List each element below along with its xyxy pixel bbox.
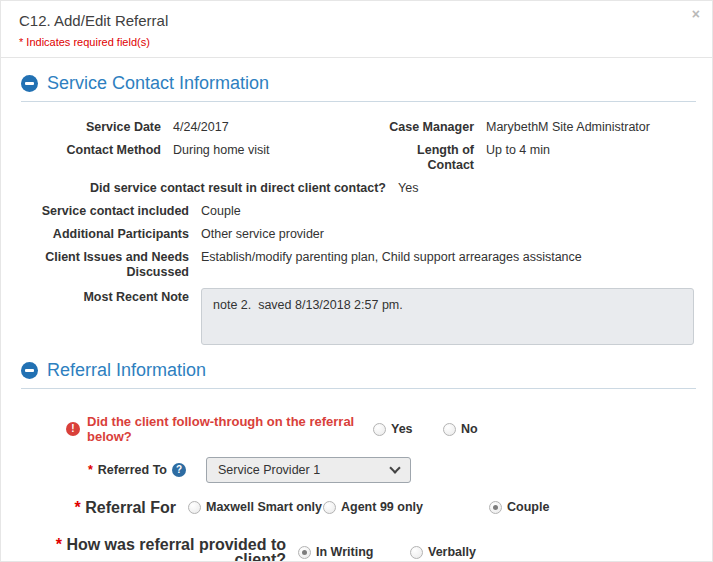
- question-circle-icon[interactable]: ?: [172, 463, 186, 477]
- case-manager-label: Case Manager: [374, 120, 486, 135]
- collapse-section-icon[interactable]: [21, 75, 38, 92]
- length-of-contact-value: Up to 4 min: [486, 143, 550, 158]
- referral-for-option-2-radio[interactable]: Agent 99 only: [323, 500, 489, 515]
- contact-included-label: Service contact included: [21, 204, 201, 219]
- service-section-body: Service Date 4/24/2017 Case Manager Mary…: [1, 102, 712, 345]
- case-manager-value: MarybethM Site Administrator: [486, 120, 650, 135]
- required-asterisk: *: [88, 463, 93, 477]
- how-provided-row: * How was referral provided to client? I…: [1, 537, 712, 562]
- how-provided-writing-radio[interactable]: In Writing: [298, 545, 410, 560]
- add-edit-referral-modal: { "modal": { "title": "C12. Add/Edit Ref…: [0, 0, 713, 562]
- row-contact-included: Service contact included Couple: [21, 204, 694, 219]
- how-provided-verbally-radio[interactable]: Verbally: [410, 545, 476, 560]
- section-title: Service Contact Information: [47, 73, 269, 94]
- exclamation-circle-icon: !: [66, 422, 80, 436]
- modal-header: C12. Add/Edit Referral * Indicates requi…: [1, 1, 712, 58]
- direct-contact-value: Yes: [398, 181, 418, 196]
- service-section-header: Service Contact Information: [21, 73, 696, 102]
- chevron-down-icon: [389, 462, 400, 473]
- contact-included-value: Couple: [201, 204, 241, 219]
- most-recent-note-box[interactable]: note 2. saved 8/13/2018 2:57 pm.: [201, 288, 694, 345]
- client-issues-label: Client Issues and Needs Discussed: [21, 250, 201, 280]
- referral-for-option-3-radio[interactable]: Couple: [489, 500, 549, 515]
- follow-through-row: ! Did the client follow-through on the r…: [66, 414, 712, 444]
- follow-through-no-radio[interactable]: No: [443, 422, 478, 437]
- additional-participants-label: Additional Participants: [21, 227, 201, 242]
- how-provided-label: * How was referral provided to client?: [1, 537, 298, 562]
- row-most-recent-note: Most Recent Note note 2. saved 8/13/2018…: [21, 288, 694, 345]
- section-title: Referral Information: [47, 360, 206, 381]
- selected-option: Service Provider 1: [218, 463, 320, 477]
- referral-section-body: ! Did the client follow-through on the r…: [1, 414, 712, 562]
- referral-for-option-1-radio[interactable]: Maxwell Smart only: [188, 500, 323, 515]
- referral-for-label: * Referral For: [1, 500, 188, 515]
- close-icon[interactable]: ×: [692, 7, 700, 21]
- row-contact-method-length: Contact Method During home visit Length …: [21, 143, 694, 173]
- follow-through-yes-radio[interactable]: Yes: [373, 422, 443, 437]
- row-client-issues: Client Issues and Needs Discussed Establ…: [21, 250, 694, 280]
- referred-to-label: * Referred To ?: [1, 463, 186, 477]
- contact-method-label: Contact Method: [21, 143, 173, 158]
- referral-for-row: * Referral For Maxwell Smart only Agent …: [1, 500, 712, 515]
- referred-to-row: * Referred To ? Service Provider 1: [1, 457, 712, 483]
- row-additional-participants: Additional Participants Other service pr…: [21, 227, 694, 242]
- radio-icon[interactable]: [298, 546, 311, 559]
- required-fields-note: * Indicates required field(s): [19, 36, 694, 48]
- referred-to-select[interactable]: Service Provider 1: [206, 457, 411, 483]
- service-date-value: 4/24/2017: [173, 120, 374, 135]
- most-recent-note-label: Most Recent Note: [21, 288, 201, 305]
- additional-participants-value: Other service provider: [201, 227, 324, 242]
- direct-contact-label: Did service contact result in direct cli…: [21, 181, 398, 196]
- radio-icon[interactable]: [489, 501, 502, 514]
- row-direct-contact: Did service contact result in direct cli…: [21, 181, 694, 196]
- radio-icon[interactable]: [373, 423, 386, 436]
- radio-icon[interactable]: [410, 546, 423, 559]
- length-of-contact-label: Length of Contact: [374, 143, 486, 173]
- service-date-label: Service Date: [21, 120, 173, 135]
- radio-icon[interactable]: [188, 501, 201, 514]
- collapse-section-icon[interactable]: [21, 362, 38, 379]
- modal-title: C12. Add/Edit Referral: [19, 12, 694, 29]
- client-issues-value: Establish/modify parenting plan, Child s…: [201, 250, 582, 265]
- follow-through-question: Did the client follow-through on the ref…: [87, 414, 373, 444]
- referral-section-header: Referral Information: [21, 360, 696, 389]
- radio-icon[interactable]: [323, 501, 336, 514]
- contact-method-value: During home visit: [173, 143, 374, 158]
- row-service-date-case-manager: Service Date 4/24/2017 Case Manager Mary…: [21, 120, 694, 135]
- radio-icon[interactable]: [443, 423, 456, 436]
